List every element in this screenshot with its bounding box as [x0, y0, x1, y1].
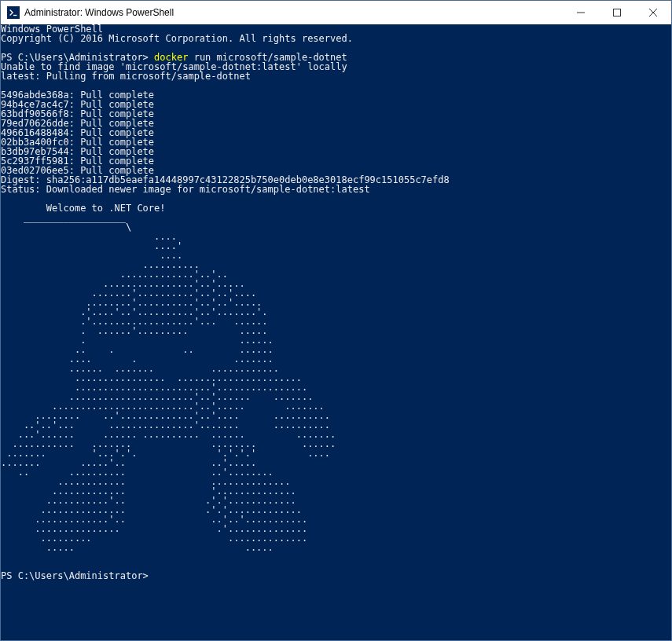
- close-button[interactable]: [635, 1, 671, 24]
- window-title: Administrator: Windows PowerShell: [24, 7, 563, 18]
- svg-rect-1: [614, 9, 621, 16]
- titlebar: Administrator: Windows PowerShell: [1, 1, 671, 24]
- prompt: PS C:\Users\Administrator>: [1, 570, 154, 581]
- ascii-art: __________________ \ .... ....' .... ...…: [1, 212, 336, 553]
- powershell-window: Administrator: Windows PowerShell Window…: [0, 0, 672, 641]
- terminal-output[interactable]: Windows PowerShell Copyright (C) 2016 Mi…: [1, 24, 671, 640]
- status-line: Status: Downloaded newer image for micro…: [1, 184, 370, 195]
- minimize-button[interactable]: [563, 1, 599, 24]
- banner-line: Copyright (C) 2016 Microsoft Corporation…: [1, 33, 353, 44]
- powershell-icon: [7, 6, 20, 19]
- maximize-button[interactable]: [599, 1, 635, 24]
- window-controls: [563, 1, 671, 24]
- output-line: latest: Pulling from microsoft/sample-do…: [1, 71, 251, 82]
